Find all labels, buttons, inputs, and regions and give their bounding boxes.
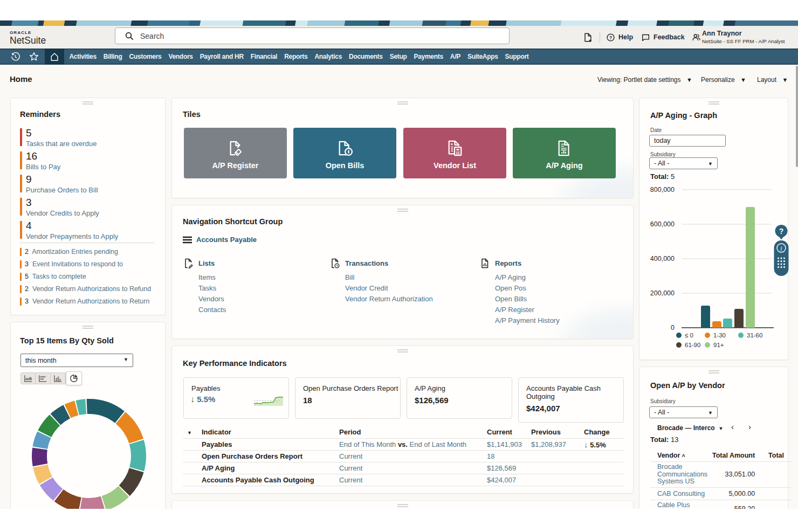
svg-text:≤ 0: ≤ 0 bbox=[685, 332, 693, 338]
svg-text:i: i bbox=[780, 245, 782, 252]
svg-text:200,000: 200,000 bbox=[650, 289, 675, 297]
svg-text:61-90: 61-90 bbox=[685, 342, 700, 348]
svg-text:1-30: 1-30 bbox=[713, 332, 726, 338]
svg-text:?: ? bbox=[609, 34, 613, 40]
svg-text:0: 0 bbox=[671, 324, 675, 331]
svg-text:600,000: 600,000 bbox=[650, 220, 675, 228]
svg-text:800,000: 800,000 bbox=[650, 186, 675, 194]
svg-text:31-60: 31-60 bbox=[747, 332, 762, 338]
svg-text:91+: 91+ bbox=[713, 342, 724, 348]
svg-text:?: ? bbox=[779, 227, 784, 236]
svg-text:400,000: 400,000 bbox=[650, 255, 675, 262]
